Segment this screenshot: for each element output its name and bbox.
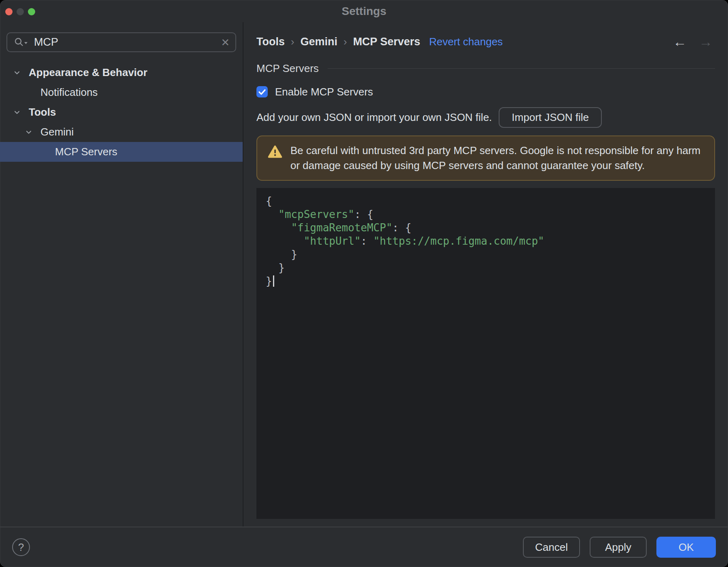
sidebar-item-label: MCP Servers [55,146,117,158]
code-line: "figmaRemoteMCP": { [266,221,715,235]
sidebar-item-label: Notifications [40,86,98,99]
ok-button[interactable]: OK [656,537,716,558]
sidebar-item-label: Gemini [40,126,74,138]
warning-banner: Be careful with untrusted 3rd party MCP … [256,135,715,181]
mcp-servers-panel: Tools › Gemini › MCP Servers Revert chan… [243,22,728,527]
code-line: } [266,248,715,261]
code-line: } [266,261,715,275]
settings-sidebar: ✕ Appearance & BehaviorNotificationsTool… [0,22,243,527]
import-json-button[interactable]: Import JSON file [499,107,602,128]
settings-window: Settings ✕ Appearance & BehaviorNotifica… [0,0,728,567]
chevron-down-icon[interactable] [13,108,21,116]
text-caret [273,275,274,287]
json-editor-content: { "mcpServers": { "figmaRemoteMCP": { "h… [266,195,715,288]
sidebar-item-label: Tools [29,106,56,118]
section-divider [328,68,715,69]
json-key: "mcpServers" [278,208,354,220]
sidebar-item-notifications[interactable]: Notifications [0,83,243,102]
forward-arrow-icon[interactable]: → [699,35,713,49]
json-key: "figmaRemoteMCP" [291,222,392,234]
json-key: "httpUrl" [304,235,361,247]
json-string: "https://mcp.figma.com/mcp" [373,235,544,247]
section-header: MCP Servers [256,59,715,77]
enable-mcp-label: Enable MCP Servers [275,86,373,98]
help-button[interactable]: ? [12,538,30,556]
breadcrumb-gemini[interactable]: Gemini [301,36,338,48]
json-punct: } [266,262,285,274]
chevron-down-icon[interactable] [13,69,21,77]
json-punct: { [266,195,272,207]
code-line: "httpUrl": "https://mcp.figma.com/mcp" [266,235,715,248]
window-title: Settings [0,0,728,22]
sidebar-item-label: Appearance & Behavior [29,66,147,79]
revert-changes-link[interactable]: Revert changes [429,36,503,48]
chevron-spacer [25,89,33,97]
titlebar: Settings [0,0,728,22]
warning-text: Be careful with untrusted 3rd party MCP … [290,143,704,173]
footer-buttons: Cancel Apply OK [523,537,716,558]
sidebar-item-gemini[interactable]: Gemini [0,122,243,142]
code-line: } [266,275,715,288]
import-row: Add your own JSON or import your own JSO… [256,107,715,128]
warning-icon [268,145,282,160]
clear-search-icon[interactable]: ✕ [221,37,230,48]
code-line: { [266,195,715,208]
history-nav: ← → [673,35,715,49]
json-punct: : { [392,222,411,234]
section-title: MCP Servers [256,62,319,75]
json-punct [266,222,291,234]
json-punct: : [361,235,373,247]
chevron-down-icon[interactable] [25,128,33,136]
dialog-footer: ? Cancel Apply OK [0,527,728,567]
breadcrumb: Tools › Gemini › MCP Servers Revert chan… [256,33,715,51]
enable-mcp-row: Enable MCP Servers [256,83,715,101]
search-box[interactable]: ✕ [6,32,236,52]
search-input[interactable] [34,36,221,49]
apply-button[interactable]: Apply [590,537,647,558]
import-hint-text: Add your own JSON or import your own JSO… [256,111,492,124]
search-icon[interactable] [14,37,28,48]
code-line: "mcpServers": { [266,208,715,221]
settings-tree: Appearance & BehaviorNotificationsToolsG… [0,63,243,162]
breadcrumb-mcp-servers[interactable]: MCP Servers [353,36,420,48]
sidebar-item-appearance-behavior[interactable]: Appearance & Behavior [0,63,243,83]
cancel-button[interactable]: Cancel [523,537,580,558]
sidebar-item-tools[interactable]: Tools [0,102,243,122]
json-punct: } [266,248,297,260]
enable-mcp-checkbox[interactable] [256,86,268,97]
json-editor[interactable]: { "mcpServers": { "figmaRemoteMCP": { "h… [256,188,715,519]
breadcrumb-separator: › [343,36,347,48]
back-arrow-icon[interactable]: ← [673,35,687,49]
chevron-spacer [39,148,47,156]
json-punct [266,235,304,247]
sidebar-item-mcp-servers[interactable]: MCP Servers [0,142,243,162]
json-punct: : { [354,208,373,220]
breadcrumb-separator: › [291,36,294,48]
breadcrumb-tools[interactable]: Tools [256,36,285,48]
json-punct: } [266,275,272,287]
help-icon: ? [18,541,24,554]
checkmark-icon [256,86,268,97]
json-punct [266,208,278,220]
